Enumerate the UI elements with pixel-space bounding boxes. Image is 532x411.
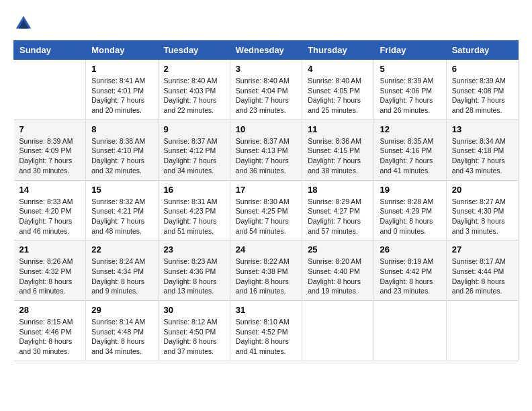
logo-icon [13,13,34,34]
logo [13,13,36,34]
cell-info: Daylight: 7 hours [91,156,152,166]
cell-info: and 30 minutes. [19,347,81,357]
cell-info: Daylight: 7 hours [164,156,224,166]
weekday-header-thursday: Thursday [302,41,374,60]
calendar-cell: 3Sunrise: 8:40 AMSunset: 4:04 PMDaylight… [230,60,302,120]
calendar-cell: 21Sunrise: 8:26 AMSunset: 4:32 PMDayligh… [14,240,86,301]
cell-info: Sunrise: 8:29 AM [308,197,368,207]
calendar-cell [446,301,518,361]
cell-info: and 6 minutes. [19,286,81,296]
page-header [13,13,519,34]
cell-info: Daylight: 8 hours [164,336,224,347]
cell-info: Daylight: 8 hours [380,277,440,287]
cell-info: Daylight: 8 hours [19,277,81,287]
cell-info: Sunset: 4:15 PM [308,146,368,156]
cell-info: and 37 minutes. [164,347,224,357]
calendar-cell: 23Sunrise: 8:23 AMSunset: 4:36 PMDayligh… [158,240,230,301]
cell-info: Sunset: 4:12 PM [164,146,224,156]
day-number: 1 [91,64,152,74]
calendar-week-2: 7Sunrise: 8:39 AMSunset: 4:09 PMDaylight… [14,120,519,180]
weekday-header-sunday: Sunday [14,41,86,60]
cell-info: Sunset: 4:09 PM [19,146,81,156]
cell-info: Sunrise: 8:17 AM [452,257,513,267]
cell-info: Daylight: 7 hours [452,95,513,105]
calendar-table: SundayMondayTuesdayWednesdayThursdayFrid… [13,40,519,361]
cell-info: Sunset: 4:23 PM [164,206,224,216]
day-number: 12 [380,124,440,134]
cell-info: Sunset: 4:20 PM [19,206,81,216]
calendar-cell [374,301,446,361]
cell-info: and 51 minutes. [164,226,224,236]
day-number: 18 [308,185,368,195]
calendar-cell: 15Sunrise: 8:32 AMSunset: 4:21 PMDayligh… [86,180,158,240]
calendar-cell: 7Sunrise: 8:39 AMSunset: 4:09 PMDaylight… [14,120,86,180]
cell-info: Daylight: 8 hours [236,277,296,287]
calendar-cell: 6Sunrise: 8:39 AMSunset: 4:08 PMDaylight… [446,60,518,120]
cell-info: Sunrise: 8:20 AM [308,257,368,267]
cell-info: Sunrise: 8:22 AM [236,257,296,267]
cell-info: and 16 minutes. [236,286,296,296]
cell-info: Daylight: 7 hours [19,216,81,226]
weekday-row: SundayMondayTuesdayWednesdayThursdayFrid… [14,41,519,60]
cell-info: Sunset: 4:13 PM [236,146,296,156]
cell-info: Sunrise: 8:31 AM [164,197,224,207]
calendar-cell: 4Sunrise: 8:40 AMSunset: 4:05 PMDaylight… [302,60,374,120]
cell-info: Sunrise: 8:40 AM [308,76,368,86]
calendar-cell: 31Sunrise: 8:10 AMSunset: 4:52 PMDayligh… [230,301,302,361]
cell-info: Sunrise: 8:26 AM [19,257,81,267]
cell-info: Sunrise: 8:15 AM [19,317,81,327]
cell-info: Daylight: 7 hours [452,156,513,166]
cell-info: Daylight: 8 hours [19,336,81,347]
cell-info: Daylight: 7 hours [380,156,440,166]
calendar-cell: 27Sunrise: 8:17 AMSunset: 4:44 PMDayligh… [446,240,518,301]
cell-info: and 26 minutes. [452,286,513,296]
cell-info: and 34 minutes. [164,166,224,176]
day-number: 5 [380,64,440,74]
cell-info: Daylight: 7 hours [19,156,81,166]
cell-info: and 43 minutes. [452,166,513,176]
day-number: 4 [308,64,368,74]
calendar-cell: 13Sunrise: 8:34 AMSunset: 4:18 PMDayligh… [446,120,518,180]
cell-info: Sunset: 4:40 PM [308,267,368,277]
cell-info: Sunset: 4:05 PM [308,86,368,96]
day-number: 20 [452,185,513,195]
cell-info: Sunset: 4:04 PM [236,86,296,96]
calendar-cell: 20Sunrise: 8:27 AMSunset: 4:30 PMDayligh… [446,180,518,240]
cell-info: and 23 minutes. [380,286,440,296]
cell-info: and 57 minutes. [308,226,368,236]
day-number: 21 [19,244,81,255]
cell-info: Daylight: 7 hours [236,156,296,166]
cell-info: Sunrise: 8:14 AM [91,317,152,327]
cell-info: Sunset: 4:38 PM [236,267,296,277]
cell-info: Sunset: 4:08 PM [452,86,513,96]
cell-info: Daylight: 7 hours [236,216,296,226]
cell-info: and 0 minutes. [380,226,440,236]
cell-info: Sunrise: 8:35 AM [380,136,440,146]
day-number: 25 [308,244,368,255]
cell-info: Sunrise: 8:40 AM [236,76,296,86]
calendar-body: 1Sunrise: 8:41 AMSunset: 4:01 PMDaylight… [14,60,519,361]
calendar-cell: 16Sunrise: 8:31 AMSunset: 4:23 PMDayligh… [158,180,230,240]
day-number: 7 [19,124,81,134]
weekday-header-friday: Friday [374,41,446,60]
calendar-cell: 11Sunrise: 8:36 AMSunset: 4:15 PMDayligh… [302,120,374,180]
cell-info: Sunset: 4:03 PM [164,86,224,96]
calendar-week-3: 14Sunrise: 8:33 AMSunset: 4:20 PMDayligh… [14,180,519,240]
calendar-cell: 17Sunrise: 8:30 AMSunset: 4:25 PMDayligh… [230,180,302,240]
weekday-header-tuesday: Tuesday [158,41,230,60]
cell-info: Sunset: 4:29 PM [380,206,440,216]
calendar-cell [302,301,374,361]
calendar-cell [14,60,86,120]
day-number: 8 [91,124,152,134]
cell-info: and 28 minutes. [452,105,513,116]
cell-info: Daylight: 7 hours [91,95,152,105]
cell-info: and 26 minutes. [380,105,440,116]
day-number: 14 [19,185,81,195]
day-number: 26 [380,244,440,255]
day-number: 23 [164,244,224,255]
cell-info: and 54 minutes. [236,226,296,236]
calendar-cell: 8Sunrise: 8:38 AMSunset: 4:10 PMDaylight… [86,120,158,180]
cell-info: Daylight: 8 hours [380,216,440,226]
cell-info: Sunrise: 8:32 AM [91,197,152,207]
cell-info: Sunset: 4:32 PM [19,267,81,277]
